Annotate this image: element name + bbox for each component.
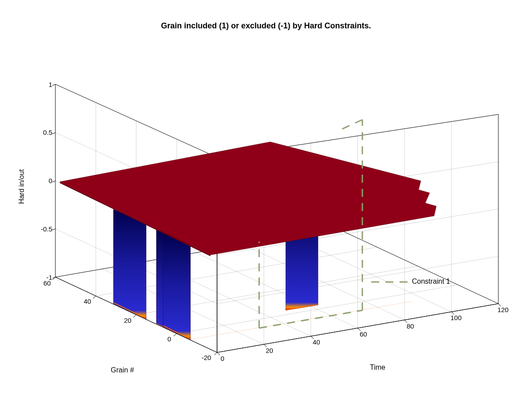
chart-svg	[0, 0, 532, 399]
ztick-1: -0.5	[35, 225, 52, 233]
svg-line-41	[174, 334, 177, 336]
svg-line-32	[341, 120, 362, 129]
ztick-4: 1	[46, 81, 52, 88]
ztick-2: 0	[46, 177, 52, 184]
xtick-4: 80	[407, 322, 414, 330]
z-axis-label: Hard in/out	[18, 169, 26, 204]
ytick-0: -20	[202, 354, 211, 361]
plot-3d: Grain included (1) or excluded (-1) by H…	[0, 0, 532, 399]
svg-line-39	[52, 84, 55, 86]
xtick-6: 120	[497, 306, 509, 313]
y-axis-label: Grain #	[111, 366, 134, 374]
x-axis-label: Time	[370, 364, 385, 372]
svg-line-37	[52, 181, 55, 182]
ytick-3: 40	[84, 297, 91, 305]
xtick-0: 0	[221, 355, 224, 362]
svg-line-42	[133, 315, 136, 317]
ytick-4: 60	[43, 279, 51, 287]
xtick-3: 60	[360, 330, 367, 338]
svg-line-45	[217, 352, 220, 355]
xtick-2: 40	[313, 338, 320, 346]
ytick-2: 20	[124, 317, 132, 324]
ztick-3: 0.5	[38, 129, 52, 136]
svg-line-40	[214, 352, 217, 355]
legend-item-0: Constraint 1	[412, 278, 450, 286]
svg-line-36	[52, 229, 55, 230]
svg-line-38	[52, 133, 55, 134]
ytick-1: 0	[167, 335, 171, 343]
slab-b-front	[113, 209, 146, 319]
svg-line-43	[93, 296, 96, 299]
xtick-5: 100	[450, 314, 462, 321]
xtick-1: 20	[266, 347, 273, 354]
